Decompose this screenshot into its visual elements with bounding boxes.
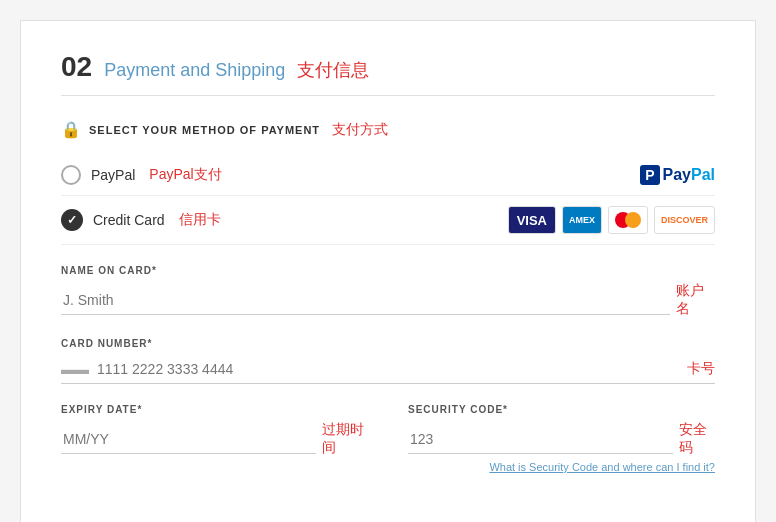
card-number-zh: 卡号: [687, 360, 715, 378]
expiry-input[interactable]: [61, 425, 316, 454]
payment-form: NAME ON CARD* 账户名 CARD NUMBER* ▬▬ 卡号 EXP…: [61, 265, 715, 493]
card-logos: VISA AMEX DISCOVER: [508, 206, 715, 234]
security-code-group: SECURITY CODE* 安全码 What is Security Code…: [408, 404, 715, 473]
mastercard-logo: [608, 206, 648, 234]
paypal-radio[interactable]: [61, 165, 81, 185]
credit-card-label-en: Credit Card: [93, 212, 165, 228]
name-on-card-input[interactable]: [61, 286, 670, 315]
expiry-zh: 过期时间: [322, 421, 368, 457]
credit-card-option[interactable]: Credit Card 信用卡 VISA AMEX DISCOVER: [61, 196, 715, 245]
visa-logo: VISA: [508, 206, 556, 234]
section-title-zh: 支付信息: [297, 58, 369, 82]
expiry-security-row: EXPIRY DATE* 过期时间 SECURITY CODE* 安全码 Wha…: [61, 404, 715, 493]
paypal-brand-text: PayPal: [663, 166, 715, 184]
card-number-group: CARD NUMBER* ▬▬ 卡号: [61, 338, 715, 384]
security-code-input-row: 安全码: [408, 421, 715, 457]
select-payment-text: SELECT YOUR METHOD OF PAYMENT: [89, 124, 320, 136]
lock-icon: 🔒: [61, 120, 81, 139]
credit-card-option-left: Credit Card 信用卡: [61, 209, 221, 231]
credit-card-label-zh: 信用卡: [179, 211, 221, 229]
paypal-label-zh: PayPal支付: [149, 166, 221, 184]
card-number-input-row: ▬▬ 卡号: [61, 355, 715, 384]
payment-method-label: 🔒 SELECT YOUR METHOD OF PAYMENT 支付方式: [61, 120, 715, 139]
paypal-p-icon: P: [640, 165, 659, 185]
security-link[interactable]: What is Security Code and where can I fi…: [489, 461, 715, 473]
name-on-card-zh: 账户名: [676, 282, 715, 318]
security-code-label: SECURITY CODE*: [408, 404, 715, 415]
select-payment-zh: 支付方式: [332, 121, 388, 139]
paypal-option[interactable]: PayPal PayPal支付 P PayPal: [61, 155, 715, 196]
payment-container: 02 Payment and Shipping 支付信息 🔒 SELECT YO…: [20, 20, 756, 522]
name-on-card-group: NAME ON CARD* 账户名: [61, 265, 715, 318]
page-header: 02 Payment and Shipping 支付信息: [61, 51, 715, 96]
security-code-input[interactable]: [408, 425, 673, 454]
paypal-label-en: PayPal: [91, 167, 135, 183]
paypal-logo: P PayPal: [640, 165, 715, 185]
security-link-container: What is Security Code and where can I fi…: [408, 461, 715, 473]
credit-card-radio[interactable]: [61, 209, 83, 231]
amex-logo: AMEX: [562, 206, 602, 234]
paypal-option-left: PayPal PayPal支付: [61, 165, 222, 185]
section-title-en: Payment and Shipping: [104, 60, 285, 81]
name-on-card-input-row: 账户名: [61, 282, 715, 318]
expiry-label: EXPIRY DATE*: [61, 404, 368, 415]
card-chip-icon: ▬▬: [61, 361, 89, 377]
expiry-date-group: EXPIRY DATE* 过期时间: [61, 404, 368, 473]
discover-logo: DISCOVER: [654, 206, 715, 234]
expiry-input-row: 过期时间: [61, 421, 368, 457]
step-number: 02: [61, 51, 92, 83]
card-number-label: CARD NUMBER*: [61, 338, 715, 349]
card-number-input[interactable]: [95, 355, 681, 383]
security-code-zh: 安全码: [679, 421, 715, 457]
name-on-card-label: NAME ON CARD*: [61, 265, 715, 276]
